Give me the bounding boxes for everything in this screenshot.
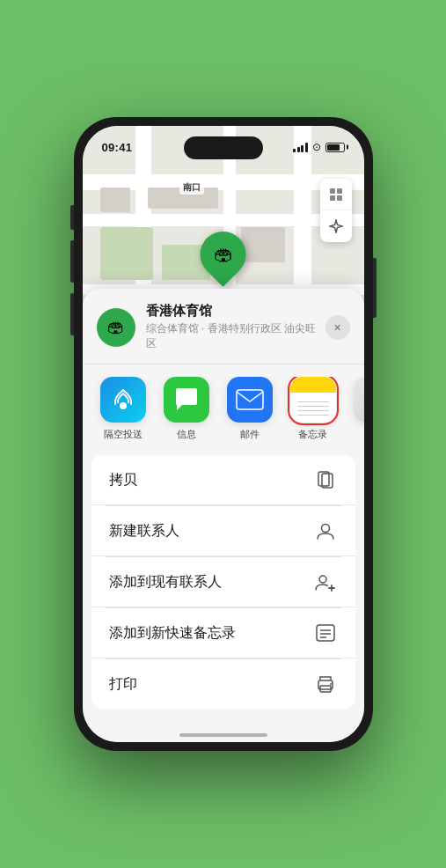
action-print[interactable]: 打印 xyxy=(91,659,355,709)
action-print-label: 打印 xyxy=(109,675,137,694)
app-item-airdrop[interactable]: 隔空投送 xyxy=(91,377,155,441)
messages-icon xyxy=(164,377,209,423)
wifi-icon: ⊙ xyxy=(312,141,321,153)
map-type-button[interactable] xyxy=(320,179,352,210)
svg-rect-2 xyxy=(330,195,335,201)
mail-label: 邮件 xyxy=(240,428,260,441)
notes-lines xyxy=(297,401,329,416)
messages-label: 信息 xyxy=(177,428,196,441)
svg-rect-5 xyxy=(237,390,263,409)
action-new-contact[interactable]: 新建联系人 xyxy=(91,506,355,556)
home-indicator xyxy=(179,733,267,737)
action-new-contact-label: 新建联系人 xyxy=(109,522,179,541)
airdrop-label: 隔空投送 xyxy=(104,428,143,441)
pin-icon: 🏟 xyxy=(191,222,256,287)
volume-down-button[interactable] xyxy=(70,293,74,335)
more-icon xyxy=(354,377,364,423)
signal-icon xyxy=(293,143,308,152)
svg-rect-0 xyxy=(330,188,335,194)
svg-rect-13 xyxy=(317,625,334,641)
battery-icon xyxy=(325,143,345,152)
app-icons-row: 隔空投送 信息 xyxy=(83,377,364,441)
location-subtitle: 综合体育馆 · 香港特别行政区 油尖旺区 xyxy=(146,321,325,351)
action-add-contact[interactable]: 添加到现有联系人 xyxy=(91,557,355,607)
action-add-contact-label: 添加到现有联系人 xyxy=(109,573,222,592)
new-contact-icon xyxy=(313,519,338,543)
add-notes-icon xyxy=(313,621,338,645)
svg-rect-3 xyxy=(337,195,342,201)
mail-icon xyxy=(227,377,273,423)
app-item-more[interactable]: 提 xyxy=(345,377,364,441)
app-item-messages[interactable]: 信息 xyxy=(155,377,218,441)
svg-point-9 xyxy=(319,576,326,583)
status-time: 09:41 xyxy=(102,141,133,154)
status-icons: ⊙ xyxy=(293,141,345,153)
action-list: 拷贝 新建联系人 xyxy=(91,455,355,709)
phone-frame: 09:41 ⊙ xyxy=(74,117,373,751)
mute-button[interactable] xyxy=(70,205,74,230)
airdrop-icon xyxy=(100,377,146,423)
svg-point-4 xyxy=(120,402,127,409)
map-controls xyxy=(320,179,352,242)
share-sheet: 🏟 香港体育馆 综合体育馆 · 香港特别行政区 油尖旺区 × xyxy=(83,289,364,742)
notes-icon xyxy=(290,377,336,423)
svg-point-8 xyxy=(321,525,329,533)
print-icon xyxy=(313,672,338,696)
add-contact-icon xyxy=(313,570,338,594)
dynamic-island xyxy=(184,136,263,159)
notes-label: 备忘录 xyxy=(298,428,327,441)
map-label: 南口 xyxy=(179,180,204,195)
location-name: 香港体育馆 xyxy=(146,303,325,320)
action-copy-label: 拷贝 xyxy=(109,471,137,489)
volume-up-button[interactable] xyxy=(70,240,74,283)
action-add-notes[interactable]: 添加到新快速备忘录 xyxy=(91,608,355,658)
power-button[interactable] xyxy=(373,258,377,318)
action-copy[interactable]: 拷贝 xyxy=(91,455,355,505)
location-app-icon: 🏟 xyxy=(97,308,135,347)
svg-rect-1 xyxy=(337,188,342,194)
svg-point-19 xyxy=(330,683,332,685)
location-button[interactable] xyxy=(320,210,352,242)
phone-screen: 09:41 ⊙ xyxy=(83,126,364,742)
app-item-notes[interactable]: 备忘录 xyxy=(281,377,345,441)
location-info: 香港体育馆 综合体育馆 · 香港特别行政区 油尖旺区 xyxy=(146,303,325,351)
action-add-notes-label: 添加到新快速备忘录 xyxy=(109,624,236,643)
location-card: 🏟 香港体育馆 综合体育馆 · 香港特别行政区 油尖旺区 × xyxy=(83,303,364,364)
copy-icon xyxy=(313,467,338,492)
close-button[interactable]: × xyxy=(325,315,350,340)
app-item-mail[interactable]: 邮件 xyxy=(218,377,281,441)
